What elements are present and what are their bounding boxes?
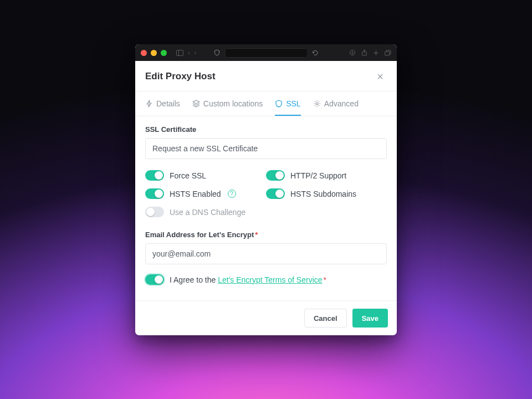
email-field[interactable] [145,243,387,264]
shield-privacy-icon[interactable] [214,49,221,56]
close-window-icon[interactable] [141,50,147,56]
tab-custom-locations[interactable]: Custom locations [192,99,263,116]
toggle-force-ssl[interactable] [145,170,164,181]
toggle-hsts-sub-row: HSTS Subdomains [266,188,387,199]
agree-text: I Agree to the Let's Encrypt Terms of Se… [170,275,326,284]
cancel-button[interactable]: Cancel [304,309,347,328]
downloads-icon[interactable] [349,49,356,56]
tab-advanced[interactable]: Advanced [313,99,359,116]
address-bar[interactable] [225,48,308,58]
toggle-http2[interactable] [266,170,285,181]
share-icon[interactable] [361,49,367,56]
tab-details[interactable]: Details [145,99,180,116]
modal-title: Edit Proxy Host [145,71,216,82]
svg-rect-5 [385,52,390,55]
toggle-dns-challenge[interactable] [145,207,164,217]
tab-label: Details [156,99,180,108]
browser-window: ‹ › Edit P [135,44,397,335]
minimize-window-icon[interactable] [151,50,157,56]
forward-icon[interactable]: › [195,49,197,56]
email-label: Email Address for Let's Encrypt* [145,231,387,239]
toggle-label: HSTS Subdomains [290,190,356,198]
help-icon[interactable]: ? [228,190,236,198]
toggle-hsts[interactable] [145,188,164,199]
agree-row: I Agree to the Let's Encrypt Terms of Se… [145,274,387,285]
new-tab-icon[interactable] [373,49,379,56]
toggle-label: Force SSL [170,171,206,180]
sidebar-icon[interactable] [176,49,183,56]
svg-rect-0 [177,50,183,55]
tab-overview-icon[interactable] [385,49,391,56]
back-icon[interactable]: ‹ [188,49,190,56]
ssl-cert-value: Request a new SSL Certificate [152,144,258,153]
toggle-hsts-row: HSTS Enabled ? [145,188,266,199]
modal-header: Edit Proxy Host × [135,61,397,91]
toggle-label: HTTP/2 Support [290,171,346,180]
toggle-dns-row: Use a DNS Challenge [145,207,266,217]
window-titlebar: ‹ › [135,44,397,61]
toggle-http2-row: HTTP/2 Support [266,170,387,181]
tabs: Details Custom locations SSL Advanced [135,91,397,116]
modal-footer: Cancel Save [135,300,397,335]
tos-link[interactable]: Let's Encrypt Terms of Service [218,275,322,284]
toggle-hsts-subdomains[interactable] [266,188,285,199]
toggle-agree-tos[interactable] [145,274,164,285]
tab-label: SSL [286,99,300,108]
maximize-window-icon[interactable] [161,50,167,56]
ssl-cert-select[interactable]: Request a new SSL Certificate [145,138,387,159]
toggle-label: HSTS Enabled [170,190,221,198]
save-button[interactable]: Save [352,309,388,328]
close-icon[interactable]: × [374,70,387,83]
tab-label: Custom locations [203,99,263,108]
gear-icon [313,100,321,108]
modal-body: SSL Certificate Request a new SSL Certif… [135,116,397,290]
layers-icon [192,100,200,108]
traffic-lights [141,50,167,56]
bolt-icon [145,100,153,108]
shield-icon [275,100,283,108]
toggle-label: Use a DNS Challenge [170,208,245,217]
svg-point-6 [316,103,318,105]
reload-icon[interactable] [313,50,319,56]
toggle-force-ssl-row: Force SSL [145,170,266,181]
tab-ssl[interactable]: SSL [275,99,300,116]
tab-label: Advanced [324,99,359,108]
ssl-cert-label: SSL Certificate [145,125,387,134]
